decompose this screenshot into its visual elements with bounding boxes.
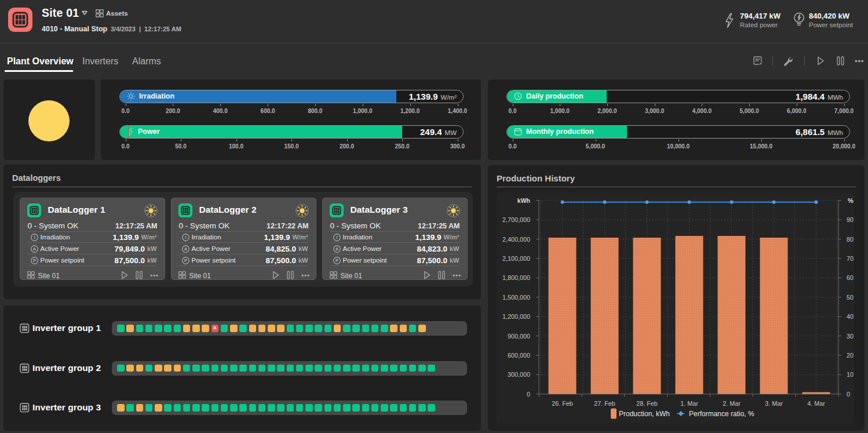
- svg-text:20: 20: [847, 352, 854, 359]
- svg-text:600,000: 600,000: [508, 352, 530, 359]
- svg-text:2. Mar: 2. Mar: [723, 400, 741, 407]
- svg-text:1,800,000: 1,800,000: [502, 274, 530, 281]
- svg-text:70: 70: [847, 255, 854, 262]
- svg-text:P: P: [184, 258, 187, 263]
- svg-text:1. Mar: 1. Mar: [680, 400, 698, 407]
- svg-text:A: A: [32, 246, 36, 252]
- svg-text:2,400,000: 2,400,000: [502, 236, 530, 243]
- svg-text:90: 90: [847, 216, 854, 223]
- svg-text:28. Feb: 28. Feb: [636, 400, 658, 407]
- svg-text:0: 0: [527, 391, 530, 398]
- svg-text:900,000: 900,000: [508, 333, 530, 340]
- svg-text:10: 10: [847, 371, 854, 378]
- svg-text:60: 60: [847, 274, 854, 281]
- svg-text:50: 50: [847, 294, 854, 301]
- svg-text:3. Mar: 3. Mar: [765, 400, 783, 407]
- svg-text:27. Feb: 27. Feb: [594, 400, 615, 407]
- svg-text:1,200,000: 1,200,000: [502, 313, 530, 320]
- svg-text:%: %: [848, 197, 854, 204]
- svg-text:I: I: [336, 235, 337, 240]
- svg-text:I: I: [34, 235, 35, 240]
- svg-text:300,000: 300,000: [508, 371, 530, 378]
- svg-text:I: I: [185, 235, 186, 240]
- svg-text:0: 0: [847, 391, 850, 398]
- svg-text:80: 80: [847, 236, 854, 243]
- svg-text:A: A: [335, 246, 338, 252]
- svg-text:kWh: kWh: [517, 197, 530, 204]
- svg-text:Production, kWh: Production, kWh: [619, 410, 670, 418]
- svg-text:40: 40: [847, 313, 854, 320]
- svg-text:30: 30: [847, 333, 854, 340]
- svg-text:2,700,000: 2,700,000: [502, 216, 530, 223]
- svg-text:1,500,000: 1,500,000: [502, 294, 530, 301]
- svg-text:P: P: [335, 258, 338, 263]
- svg-text:4. Mar: 4. Mar: [807, 400, 825, 407]
- svg-text:Performance ratio, %: Performance ratio, %: [689, 410, 754, 418]
- svg-text:2,100,000: 2,100,000: [502, 255, 530, 262]
- svg-text:P: P: [32, 258, 35, 263]
- svg-text:26. Feb: 26. Feb: [552, 400, 573, 407]
- svg-text:A: A: [184, 246, 187, 252]
